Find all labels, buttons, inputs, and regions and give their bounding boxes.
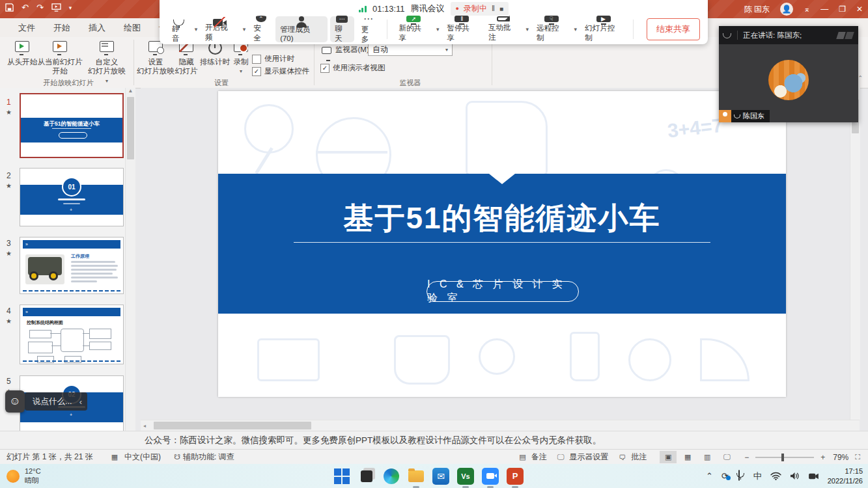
emoji-button[interactable]: ☺	[5, 390, 25, 413]
tray-expand-icon[interactable]: ⌃	[706, 471, 713, 481]
custom-slideshow-button[interactable]: 自定义 幻灯片放映 ▾	[83, 40, 130, 84]
tab-home[interactable]: 开始	[44, 18, 79, 37]
wifi-icon[interactable]	[770, 472, 781, 480]
pause-share-button[interactable]: ‖ 暂停共享	[442, 16, 481, 42]
doodle-math: 3+4=7	[666, 115, 723, 142]
collapse-chat-icon[interactable]: ‹	[79, 397, 82, 407]
slide-control-button[interactable]: ▶ 幻灯片控制	[580, 16, 626, 42]
thumb-3-header: »	[23, 240, 120, 249]
tab-draw[interactable]: 绘图	[115, 18, 150, 37]
thumbnail-slide-4[interactable]: » 控制系统结构框图	[20, 305, 124, 364]
video-caret-icon[interactable]: ▾	[243, 26, 246, 33]
show-media-controls-checkbox[interactable]: ✓ 显示媒体控件	[252, 66, 309, 76]
meeting-video-panel: 正在讲话: 陈国东; 陈国东	[719, 26, 858, 122]
zoom-out-button[interactable]: −	[744, 453, 749, 462]
zoom-level[interactable]: 79%	[833, 453, 848, 462]
notes-toggle[interactable]: 备注	[531, 452, 547, 463]
task-view-button[interactable]	[358, 468, 375, 485]
setup-slideshow-button[interactable]: 设置 幻灯片放映	[137, 40, 175, 76]
mic-icon	[174, 15, 184, 23]
undo-icon[interactable]: ↶	[21, 3, 29, 12]
from-current-button[interactable]: 从当前幻灯片 开始	[36, 40, 83, 76]
recording-stop-button[interactable]: ■	[499, 5, 503, 12]
new-share-button[interactable]: ➚ 新的共享	[394, 16, 433, 42]
record-button[interactable]: 录制 ▾	[229, 40, 253, 74]
thumbnail-slide-2[interactable]: 01 +	[20, 168, 124, 226]
mail-button[interactable]: ✉	[432, 468, 449, 485]
start-video-button[interactable]: 开启视频	[201, 16, 240, 42]
ime-indicator[interactable]: 中	[753, 470, 762, 482]
close-button[interactable]: ✕	[856, 5, 863, 14]
sorter-view-button[interactable]: ▦	[679, 451, 696, 463]
start-button[interactable]	[333, 468, 350, 485]
zoom-slider-thumb[interactable]	[781, 454, 784, 461]
use-timings-checkbox[interactable]: 使用计时	[252, 54, 294, 64]
comments-toggle[interactable]: 批注	[631, 452, 647, 463]
thumbnail-scroll-thumb[interactable]	[127, 97, 134, 159]
mute-button[interactable]: 静音	[167, 16, 191, 42]
mute-caret-icon[interactable]: ▾	[195, 26, 198, 33]
minimize-button[interactable]: —	[820, 5, 828, 14]
account-name[interactable]: 陈 国东	[744, 4, 770, 15]
chat-button[interactable]: ⋯ 聊天	[330, 16, 354, 42]
account-avatar[interactable]: 👤	[780, 3, 793, 16]
tray-mic-icon[interactable]	[737, 470, 745, 481]
powerpoint-button[interactable]: P	[507, 468, 524, 485]
monitor-dropdown[interactable]: 自动 ▾	[368, 43, 453, 56]
hide-slide-button[interactable]: 隐藏 幻灯片	[172, 40, 201, 76]
security-button[interactable]: ⌃ 安全	[249, 16, 273, 42]
remote-caret-icon[interactable]: ▾	[574, 26, 578, 33]
display-settings-button[interactable]: 显示器设置	[569, 452, 608, 463]
collapse-ribbon-icon[interactable]: ⌃	[858, 75, 863, 81]
editor-vscrollbar[interactable]: ▲	[850, 88, 860, 420]
slide-canvas[interactable]: 3+4=7 基于51的智能循迹小车 I C & 芯 片 设 计 实 验 室	[218, 91, 786, 397]
zoom-in-button[interactable]: +	[820, 453, 825, 462]
speaker-icon[interactable]	[790, 472, 800, 480]
camera-tray-icon[interactable]	[808, 472, 819, 480]
more-button[interactable]: ⋯ 更多	[357, 16, 381, 42]
scroll-left-icon[interactable]: ◂	[143, 423, 146, 429]
thumbnail-scrollbar[interactable]: ▲	[125, 88, 135, 449]
fit-slide-icon[interactable]: ⛶	[855, 453, 860, 461]
manage-members-button[interactable]: 管理成员(70)	[275, 16, 328, 42]
tab-file[interactable]: 文件	[9, 18, 44, 37]
end-share-button[interactable]: 结束共享	[647, 18, 700, 40]
vs-app-button[interactable]: Vs	[457, 468, 474, 485]
remote-control-button[interactable]: ☟ 远程控制	[532, 16, 571, 42]
notes-bar[interactable]: 公众号：陈西设计之家。微信搜索即可。更多免费原创PPT模板以及教程设计作品源文件…	[0, 431, 868, 449]
ribbon-options-icon[interactable]: ⌅	[804, 5, 810, 14]
editor-hscroll-thumb[interactable]	[154, 422, 311, 429]
tray-clock[interactable]: 17:15 2022/11/26	[828, 467, 863, 485]
weather-widget[interactable]: 12°C 晴朗	[7, 467, 41, 485]
sync-icon[interactable]: ⟳	[721, 471, 729, 481]
restore-button[interactable]: ❐	[839, 5, 846, 14]
theme-icon[interactable]: ▦	[111, 453, 118, 461]
recording-pause-button[interactable]: ‖	[492, 4, 495, 13]
presenter-view-checkbox[interactable]: ✓ 使用演示者视图	[320, 63, 385, 73]
redo-icon[interactable]: ↷	[36, 3, 44, 12]
from-start-button[interactable]: 从头开始	[5, 40, 39, 66]
annotate-button[interactable]: 互动批注	[484, 16, 523, 42]
say-something-input[interactable]: 说点什么... ‹	[25, 392, 87, 411]
slideshow-view-button[interactable]: 🖵	[718, 451, 735, 463]
editor-hscrollbar[interactable]: ◂	[141, 420, 860, 431]
save-icon[interactable]	[5, 3, 14, 12]
zoom-slider[interactable]	[755, 457, 814, 458]
scroll-up-icon[interactable]: ▲	[126, 88, 135, 94]
normal-view-button[interactable]: ▣	[660, 451, 677, 463]
edge-button[interactable]	[383, 468, 400, 485]
accessibility-status[interactable]: 辅助功能: 调查	[183, 452, 234, 463]
qat-caret-icon[interactable]: ▾	[69, 5, 72, 11]
slideshow-icon[interactable]	[51, 3, 61, 12]
thumbnail-slide-1[interactable]: 基于51的智能循迹小车	[20, 93, 124, 158]
tab-insert[interactable]: 插入	[79, 18, 115, 37]
explorer-button[interactable]	[408, 468, 425, 485]
thumbnail-slide-3[interactable]: » 工作原理	[20, 237, 124, 294]
reading-view-button[interactable]: ▥	[699, 451, 716, 463]
annotate-caret-icon[interactable]: ▾	[526, 26, 529, 33]
video-panel-body[interactable]: 陈国东	[719, 44, 858, 122]
monitor-icon	[320, 46, 332, 55]
language-indicator[interactable]: 中文(中国)	[124, 452, 161, 463]
meeting-app-button[interactable]	[482, 468, 499, 485]
share-caret-icon[interactable]: ▾	[436, 26, 440, 33]
